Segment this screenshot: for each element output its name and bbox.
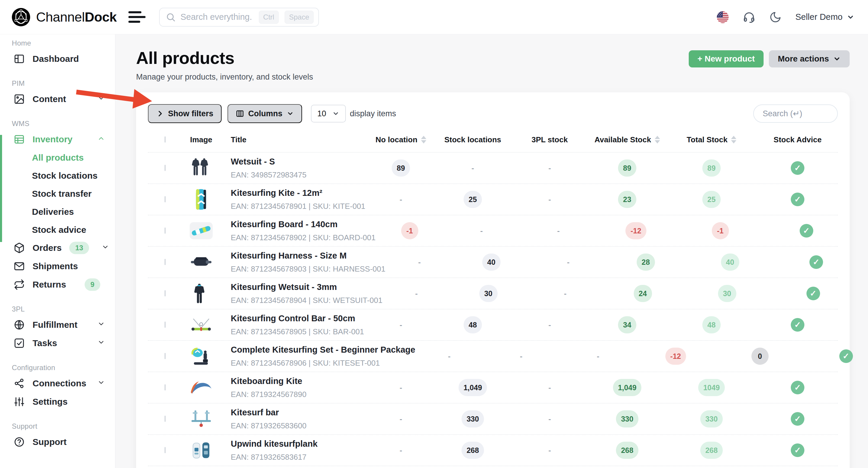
cell-stock-advice: ✓	[776, 255, 857, 269]
table-row[interactable]: Kitesurf barEAN: 8719326583600-330-33033…	[148, 404, 838, 435]
sidebar-item-inventory[interactable]: Inventory	[0, 130, 115, 149]
row-select-cell	[148, 291, 178, 296]
sidebar-section: WMSInventoryAll productsStock locationsS…	[0, 117, 115, 294]
table-row[interactable]: Wetsuit - SEAN: 349857298347589--8989✓	[148, 153, 838, 184]
wetsuit-pair-image	[188, 155, 214, 181]
chevron-down-icon	[332, 110, 339, 117]
row-select-cell	[148, 447, 178, 453]
stock-value-pill: -12	[665, 348, 686, 365]
table-search-input[interactable]	[762, 109, 829, 119]
product-title-cell: Wetsuit - SEAN: 3498572983475	[225, 157, 367, 180]
table-row[interactable]: Kiteboarding KiteEAN: 8719324567890-1,04…	[148, 372, 838, 404]
row-checkbox[interactable]	[164, 321, 166, 328]
show-filters-button[interactable]: Show filters	[148, 104, 222, 123]
global-search[interactable]: Ctrl Space	[159, 8, 319, 27]
sidebar-item-label: Orders	[33, 243, 62, 253]
product-title: Kiteboarding Kite	[231, 376, 367, 386]
cell-no-location: 89	[367, 159, 435, 177]
column-header-advice: Stock Advice	[757, 135, 838, 144]
chevron-down-icon	[287, 110, 294, 117]
table-row[interactable]: Kitesurfing Kite - 12m²EAN: 871234567890…	[148, 184, 838, 215]
sidebar-section-label: 3PL	[0, 303, 115, 316]
table-row[interactable]: Kitesurfing Harness - Size MEAN: 8712345…	[148, 247, 838, 278]
sidebar-item-fulfillment[interactable]: Fulfillment	[0, 316, 115, 334]
row-checkbox[interactable]	[164, 290, 166, 297]
page-size-select[interactable]: 10	[311, 105, 346, 122]
table-row[interactable]: Complete Kitesurfing Set - Beginner Pack…	[148, 341, 838, 372]
product-title-cell: Complete Kitesurfing Set - Beginner Pack…	[225, 345, 415, 368]
us-flag-icon[interactable]	[716, 11, 729, 23]
beginner-set-image	[188, 343, 214, 369]
chevron-down-icon	[97, 338, 105, 348]
tasks-icon	[13, 338, 25, 349]
row-checkbox[interactable]	[164, 196, 166, 202]
cell-total-stock: 268	[665, 442, 757, 459]
sidebar-item-settings[interactable]: Settings	[0, 393, 115, 411]
cell-stock-advice: ✓	[806, 349, 868, 363]
product-ean: EAN: 8712345678905 | SKU: BAR-001	[231, 327, 367, 336]
sidebar-subitem-all-products[interactable]: All products	[0, 149, 115, 166]
sidebar-item-label: Shipments	[33, 261, 105, 271]
cell-available-stock: 1,049	[589, 379, 665, 396]
table-search[interactable]	[753, 104, 838, 123]
sidebar-item-tasks[interactable]: Tasks	[0, 334, 115, 352]
select-all-checkbox[interactable]	[164, 136, 166, 143]
cell-stock-advice: ✓	[773, 287, 854, 300]
row-checkbox[interactable]	[164, 447, 166, 453]
row-checkbox[interactable]	[164, 416, 166, 422]
cell-total-stock: 40	[684, 253, 776, 271]
sidebar-subitem-stock-advice[interactable]: Stock advice	[0, 221, 115, 239]
row-checkbox[interactable]	[164, 353, 166, 359]
sidebar-item-shipments[interactable]: Shipments	[0, 257, 115, 275]
column-header-available[interactable]: Available Stock	[589, 135, 665, 144]
table-row[interactable]: Kitesurfing Wetsuit - 3mmEAN: 8712345678…	[148, 278, 838, 309]
column-header-no_location[interactable]: No location	[367, 135, 435, 144]
columns-icon	[236, 110, 244, 118]
brand-logo[interactable]: ChannelDock	[0, 7, 115, 27]
stock-value-pill: 268	[700, 442, 723, 459]
sidebar-item-dashboard[interactable]: Dashboard	[0, 50, 115, 68]
sidebar-subitem-stock-transfer[interactable]: Stock transfer	[0, 185, 115, 202]
row-checkbox[interactable]	[164, 384, 166, 391]
global-search-input[interactable]	[180, 12, 253, 22]
product-title: Kitesurfing Control Bar - 50cm	[231, 314, 367, 323]
sidebar-subitem-deliveries[interactable]: Deliveries	[0, 202, 115, 221]
product-title-cell: Upwind kitesurfplankEAN: 8719326583617	[225, 439, 367, 462]
columns-button[interactable]: Columns	[227, 104, 302, 123]
row-checkbox[interactable]	[164, 259, 166, 265]
sidebar-item-label: Inventory	[33, 134, 90, 144]
column-header-label: Title	[231, 135, 246, 144]
new-product-button[interactable]: + New product	[689, 50, 764, 67]
product-ean: EAN: 8712345678904 | SKU: WETSUIT-001	[231, 296, 382, 305]
row-checkbox[interactable]	[164, 165, 166, 171]
column-header-total[interactable]: Total Stock	[665, 135, 757, 144]
empty-value: -	[480, 226, 483, 236]
sidebar-item-returns[interactable]: Returns9	[0, 275, 115, 294]
table-row[interactable]: Kitesurfing Board - 140cmEAN: 8712345678…	[148, 215, 838, 247]
sidebar-item-connections[interactable]: Connections	[0, 374, 115, 393]
more-actions-button[interactable]: More actions	[769, 50, 850, 67]
user-menu[interactable]: Seller Demo	[795, 12, 855, 22]
table-row[interactable]: Kitesurfing Control Bar - 50cmEAN: 87123…	[148, 309, 838, 341]
sidebar-item-support[interactable]: Support	[0, 433, 115, 451]
stock-value-pill: 25	[464, 191, 482, 208]
menu-toggle-icon[interactable]	[128, 11, 146, 23]
more-actions-label: More actions	[778, 54, 829, 64]
empty-value: -	[400, 195, 402, 204]
cell-no-location: -	[385, 258, 454, 267]
page-subtitle: Manage your products, inventory, and sto…	[136, 72, 313, 82]
moon-icon[interactable]	[769, 11, 782, 23]
headset-icon[interactable]	[743, 11, 755, 24]
table-row[interactable]: Upwind kitesurfplankEAN: 8719326583617-2…	[148, 435, 838, 466]
row-checkbox[interactable]	[164, 227, 166, 234]
stock-advice-ok-icon: ✓	[791, 381, 804, 394]
select-all-cell	[148, 137, 178, 142]
sidebar-item-orders[interactable]: Orders13	[0, 239, 115, 257]
page-title: All products	[136, 48, 313, 68]
sidebar-section-label: Home	[0, 37, 115, 50]
sidebar-item-content[interactable]: Content	[0, 90, 115, 108]
empty-value: -	[549, 195, 551, 204]
sidebar-subitem-stock-locations[interactable]: Stock locations	[0, 166, 115, 185]
channeldock-logo-icon	[11, 7, 31, 27]
stock-advice-ok-icon: ✓	[800, 224, 813, 238]
